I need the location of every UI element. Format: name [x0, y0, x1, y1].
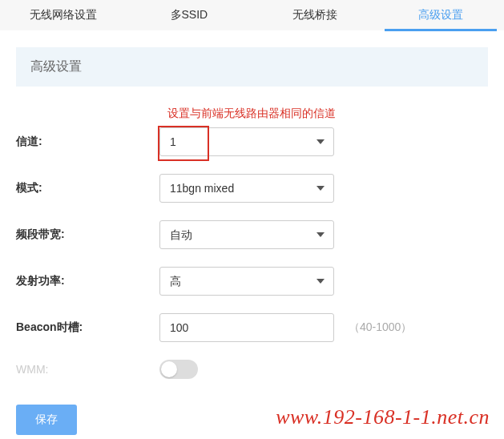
select-mode[interactable]: 11bgn mixed — [159, 174, 334, 203]
toggle-knob — [161, 361, 177, 377]
row-tx-power: 发射功率: 高 — [16, 267, 488, 296]
tabs-bar: 无线网络设置 多SSID 无线桥接 高级设置 — [0, 0, 504, 31]
tab-label: 高级设置 — [418, 8, 463, 21]
select-mode-wrapper: 11bgn mixed — [159, 174, 334, 203]
tab-label: 多SSID — [171, 8, 208, 21]
tab-label: 无线网络设置 — [30, 8, 97, 21]
toggle-wmm[interactable] — [159, 360, 198, 379]
save-button[interactable]: 保存 — [16, 405, 77, 435]
select-bandwidth[interactable]: 自动 — [159, 220, 334, 249]
tab-label: 无线桥接 — [292, 8, 337, 21]
channel-hint: 设置与前端无线路由器相同的信道 — [167, 107, 488, 121]
select-channel[interactable]: 1 — [159, 127, 334, 156]
row-bandwidth: 频段带宽: 自动 — [16, 220, 488, 249]
label-wmm: WMM: — [16, 363, 159, 376]
tab-wireless-bridge[interactable]: 无线桥接 — [252, 0, 378, 30]
tab-advanced-settings[interactable]: 高级设置 — [378, 0, 504, 30]
label-tx-power: 发射功率: — [16, 274, 159, 288]
select-channel-wrapper: 1 — [159, 127, 334, 156]
select-tx-power-wrapper: 高 — [159, 267, 334, 296]
beacon-range-hint: （40-1000） — [349, 320, 412, 335]
select-bandwidth-wrapper: 自动 — [159, 220, 334, 249]
label-mode: 模式: — [16, 181, 159, 195]
row-wmm: WMM: — [16, 360, 488, 379]
watermark-text: www.192-168-1-1.net.cn — [276, 405, 490, 429]
label-beacon: Beacon时槽: — [16, 320, 159, 335]
row-mode: 模式: 11bgn mixed — [16, 174, 488, 203]
row-beacon: Beacon时槽: （40-1000） — [16, 313, 488, 342]
select-tx-power[interactable]: 高 — [159, 267, 334, 296]
tab-wireless-settings[interactable]: 无线网络设置 — [0, 0, 126, 30]
input-beacon[interactable] — [159, 313, 334, 342]
label-channel: 信道: — [16, 135, 159, 149]
row-channel: 信道: 1 — [16, 127, 488, 156]
section-header: 高级设置 — [16, 47, 488, 87]
tab-multi-ssid[interactable]: 多SSID — [126, 0, 252, 30]
content-area: 高级设置 设置与前端无线路由器相同的信道 信道: 1 模式: 11bgn mix… — [0, 31, 504, 439]
label-bandwidth: 频段带宽: — [16, 228, 159, 242]
